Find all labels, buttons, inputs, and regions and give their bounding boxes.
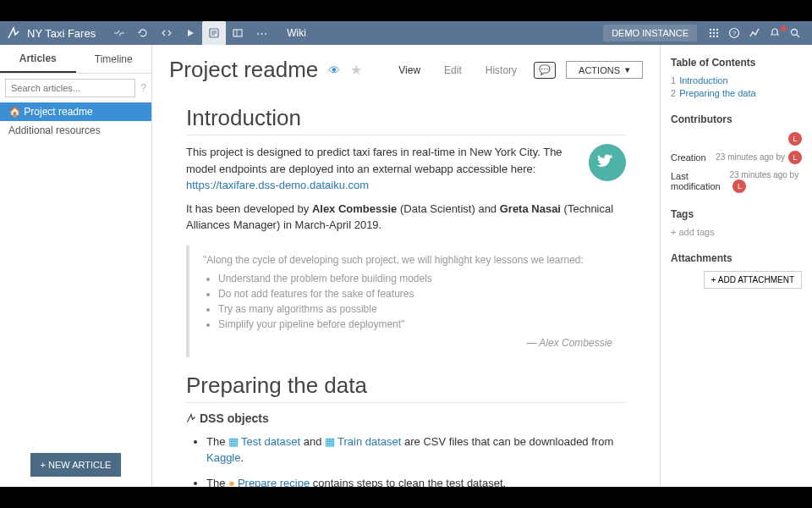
- svg-point-7: [716, 32, 718, 34]
- tab-history[interactable]: History: [479, 64, 524, 76]
- article-item-readme[interactable]: 🏠 Project readme: [0, 102, 151, 121]
- wiki-icon[interactable]: [202, 21, 226, 45]
- project-logo-icon: [589, 144, 626, 181]
- sidebar: Articles Timeline ? 🏠 Project readme Add…: [0, 45, 152, 487]
- toc-link-prep[interactable]: Preparing the data: [679, 88, 756, 98]
- top-nav: NY Taxi Fares ⋯ Wiki DEMO INSTANCE ?: [0, 21, 812, 45]
- actions-button[interactable]: ACTIONS ▾: [566, 61, 643, 79]
- demo-badge: DEMO INSTANCE: [603, 25, 697, 41]
- link-prepare-recipe[interactable]: Prepare recipe: [238, 475, 310, 488]
- svg-rect-1: [233, 30, 242, 36]
- avatar[interactable]: L: [788, 132, 802, 146]
- tab-timeline[interactable]: Timeline: [76, 45, 152, 73]
- project-name[interactable]: NY Taxi Fares: [27, 27, 96, 40]
- section-label: Wiki: [287, 27, 306, 39]
- avatar[interactable]: L: [788, 151, 802, 164]
- flow-icon[interactable]: [107, 21, 131, 45]
- svg-point-5: [710, 32, 711, 34]
- svg-point-2: [710, 29, 711, 30]
- svg-point-9: [713, 36, 715, 37]
- search-help-icon[interactable]: ?: [140, 82, 146, 94]
- tab-edit[interactable]: Edit: [437, 64, 469, 76]
- heading-introduction: Introduction: [186, 105, 626, 135]
- svg-point-8: [710, 36, 711, 37]
- panel-icon[interactable]: [226, 21, 250, 45]
- article-body: Introduction This project is designed to…: [152, 90, 660, 487]
- page-title: Project readme: [169, 57, 318, 83]
- blockquote: "Along the cycle of developing such proj…: [186, 246, 626, 357]
- svg-point-3: [713, 29, 715, 30]
- letterbox-top: [0, 0, 812, 21]
- letterbox-bottom: [0, 487, 812, 508]
- svg-point-6: [713, 32, 715, 34]
- right-panel: Table of Contents 1Introduction 2Prepari…: [660, 45, 812, 487]
- tags-heading: Tags: [671, 208, 802, 220]
- link-train-dataset[interactable]: Train dataset: [337, 433, 401, 450]
- svg-point-13: [792, 30, 798, 36]
- contributors-heading: Contributors: [671, 113, 802, 125]
- svg-point-4: [716, 29, 718, 30]
- watch-icon[interactable]: 👁: [328, 64, 340, 77]
- svg-point-10: [716, 36, 718, 37]
- new-article-button[interactable]: + NEW ARTICLE: [30, 453, 122, 477]
- link-test-dataset[interactable]: Test dataset: [241, 433, 300, 450]
- tab-view[interactable]: View: [392, 64, 427, 76]
- toc-heading: Table of Contents: [671, 57, 802, 69]
- discussion-icon[interactable]: 💬: [534, 62, 556, 79]
- search-input[interactable]: [5, 79, 135, 97]
- article-item-resources[interactable]: Additional resources: [0, 121, 151, 140]
- toc-link-intro[interactable]: Introduction: [679, 75, 727, 86]
- play-icon[interactable]: [178, 21, 202, 45]
- search-icon[interactable]: [785, 27, 805, 39]
- link-webapp[interactable]: https://taxifare.dss-demo.dataiku.com: [186, 179, 369, 191]
- star-icon[interactable]: ★: [350, 62, 362, 78]
- attachments-heading: Attachments: [671, 252, 802, 264]
- help-icon[interactable]: ?: [724, 27, 744, 39]
- svg-text:?: ?: [732, 30, 737, 37]
- tab-articles[interactable]: Articles: [0, 45, 76, 73]
- refresh-icon[interactable]: [131, 21, 155, 45]
- add-tags-button[interactable]: + add tags: [671, 227, 802, 237]
- heading-preparing: Preparing the data: [186, 373, 626, 403]
- activity-icon[interactable]: [744, 27, 765, 39]
- add-attachment-button[interactable]: + ADD ATTACHMENT: [704, 271, 802, 289]
- subheading-dss: DSS objects: [186, 411, 626, 425]
- app-logo-icon: [7, 26, 20, 40]
- notifications-icon[interactable]: [765, 27, 785, 39]
- apps-icon[interactable]: [704, 27, 724, 39]
- more-icon[interactable]: ⋯: [250, 21, 273, 45]
- code-icon[interactable]: [155, 21, 178, 45]
- avatar[interactable]: L: [732, 179, 746, 193]
- link-kaggle[interactable]: Kaggle: [206, 451, 240, 464]
